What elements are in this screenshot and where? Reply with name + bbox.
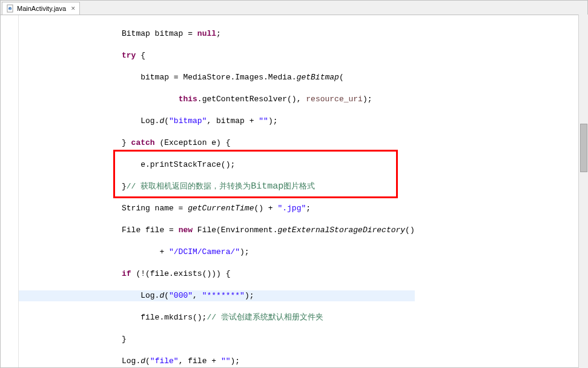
file-tab[interactable]: J MainActivity.java ✕ [2,2,80,15]
code-line[interactable]: Log.d("bitmap", bitmap + ""); [19,116,415,127]
tab-bar: J MainActivity.java ✕ [1,1,587,15]
code-line[interactable]: String name = getCurrentTime() + ".jpg"; [19,203,415,214]
java-file-icon: J [6,4,15,13]
code-line[interactable]: Bitmap bitmap = null; [19,28,415,39]
scrollbar-thumb[interactable] [580,124,587,172]
editor-container: J MainActivity.java ✕ Bitmap bitmap = nu… [0,0,588,368]
code-line[interactable]: File file = new File(Environment.getExte… [19,225,415,236]
code-line[interactable]: e.printStackTrace(); [19,159,415,170]
code-line[interactable]: bitmap = MediaStore.Images.Media.getBitm… [19,72,415,83]
code-line[interactable]: this.getContentResolver(), resource_uri)… [19,94,415,105]
code-line[interactable]: + "/DCIM/Camera/"); [19,247,415,258]
code-area[interactable]: Bitmap bitmap = null; try { bitmap = Med… [1,15,587,367]
gutter [1,15,19,367]
code-line[interactable]: if (!(file.exists())) { [19,269,415,279]
code-content[interactable]: Bitmap bitmap = null; try { bitmap = Med… [19,15,415,367]
vertical-scrollbar[interactable] [578,15,588,368]
close-tab-icon[interactable]: ✕ [71,5,76,12]
code-line[interactable]: file.mkdirs();// 尝试创建系统默认相册文件夹 [19,312,415,323]
code-line[interactable]: Log.d("000", "*******"); [19,290,415,301]
code-line[interactable]: } catch (Exception e) { [19,138,415,149]
code-line[interactable]: Log.d("file", file + ""); [19,356,415,367]
code-line[interactable]: }// 获取相机返回的数据，并转换为Bitmap图片格式 [19,181,415,192]
code-line[interactable]: try { [19,50,415,61]
svg-text:J: J [10,7,11,10]
tab-filename: MainActivity.java [17,5,66,12]
code-line[interactable]: } [19,334,415,345]
